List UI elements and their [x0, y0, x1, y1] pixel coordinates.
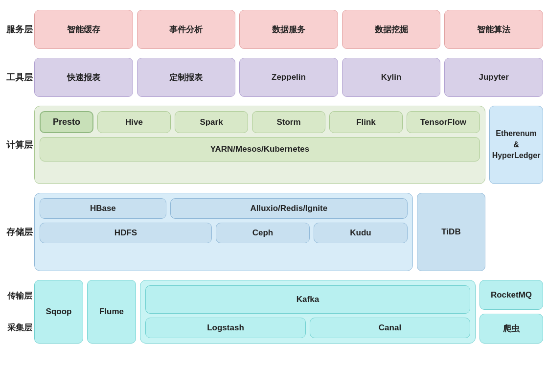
tc-label-col: 传输层 采集层 — [5, 280, 34, 344]
storage-bottom-row: HDFS Ceph Kudu — [40, 223, 408, 243]
storage-top-row: HBase Alluxio/Redis/Ignite — [40, 198, 408, 219]
hbase-box: HBase — [40, 198, 166, 219]
compute-flink: Flink — [329, 111, 403, 133]
service-layer: 服务层 智能缓存 事件分析 数据服务 数据挖掘 智能算法 — [5, 10, 543, 49]
blockchain-text: Etherenum&HyperLedger — [492, 128, 541, 161]
compute-tensorflow: TensorFlow — [407, 111, 480, 133]
ceph-box: Ceph — [216, 223, 310, 243]
tools-item-2: Zeppelin — [239, 58, 338, 97]
tools-item-4: Jupyter — [444, 58, 543, 97]
service-label: 服务层 — [5, 10, 34, 49]
logstash-box: Logstash — [145, 318, 306, 338]
tc-content: Sqoop Flume Kafka Logstash Canal RocketM… — [34, 280, 543, 344]
tc-left-items: Sqoop Flume — [34, 280, 136, 344]
tidb-box: TiDB — [417, 193, 485, 271]
tools-layer: 工具层 快速报表 定制报表 Zeppelin Kylin Jupyter — [5, 58, 543, 97]
alluxio-box: Alluxio/Redis/Ignite — [170, 198, 408, 219]
tools-label: 工具层 — [5, 58, 34, 97]
compute-content: Presto Hive Spark Storm Flink TensorFlow… — [34, 106, 543, 184]
service-item-1: 事件分析 — [137, 10, 236, 49]
yarn-box: YARN/Mesos/Kubernetes — [40, 137, 480, 161]
service-item-4: 智能算法 — [444, 10, 543, 49]
compute-spark: Spark — [175, 111, 248, 133]
storage-label: 存储层 — [5, 193, 34, 271]
compute-group: Presto Hive Spark Storm Flink TensorFlow… — [34, 106, 485, 184]
service-item-2: 数据服务 — [239, 10, 338, 49]
storage-group: HBase Alluxio/Redis/Ignite HDFS Ceph Kud… — [34, 193, 413, 271]
collect-label: 采集层 — [5, 312, 34, 344]
tools-content: 快速报表 定制报表 Zeppelin Kylin Jupyter — [34, 58, 543, 97]
transport-label: 传输层 — [5, 280, 34, 312]
kudu-box: Kudu — [314, 223, 408, 243]
architecture-diagram: 服务层 智能缓存 事件分析 数据服务 数据挖掘 智能算法 工具层 快速报表 定制… — [5, 10, 543, 344]
service-content: 智能缓存 事件分析 数据服务 数据挖掘 智能算法 — [34, 10, 543, 49]
storage-blockchain-spacer — [489, 193, 543, 271]
compute-top-items: Hive Spark Storm Flink TensorFlow — [97, 111, 480, 133]
transport-collect-layer: 传输层 采集层 Sqoop Flume Kafka Logstash Canal… — [5, 280, 543, 344]
tools-item-0: 快速报表 — [34, 58, 133, 97]
hdfs-box: HDFS — [40, 223, 212, 243]
sqoop-box: Sqoop — [34, 280, 83, 344]
storage-layer: 存储层 HBase Alluxio/Redis/Ignite HDFS Ceph… — [5, 193, 543, 271]
compute-layer: 计算层 Presto Hive Spark Storm Flink Tensor… — [5, 106, 543, 184]
presto-box: Presto — [40, 111, 93, 133]
compute-label: 计算层 — [5, 106, 34, 184]
rocketmq-box: RocketMQ — [480, 280, 543, 310]
blockchain-box: Etherenum&HyperLedger — [489, 106, 543, 184]
tc-middle-group: Kafka Logstash Canal — [140, 280, 476, 344]
tools-item-1: 定制报表 — [137, 58, 236, 97]
compute-hive: Hive — [97, 111, 171, 133]
crawler-box: 爬虫 — [480, 314, 543, 344]
kafka-box: Kafka — [145, 285, 470, 314]
tc-bottom-row: Logstash Canal — [145, 318, 470, 338]
service-item-3: 数据挖掘 — [342, 10, 441, 49]
canal-box: Canal — [310, 318, 470, 338]
tools-item-3: Kylin — [342, 58, 441, 97]
tc-right-group: RocketMQ 爬虫 — [480, 280, 543, 344]
compute-top-row: Presto Hive Spark Storm Flink TensorFlow — [40, 111, 480, 133]
storage-content: HBase Alluxio/Redis/Ignite HDFS Ceph Kud… — [34, 193, 543, 271]
flume-box: Flume — [87, 280, 136, 344]
compute-storm: Storm — [252, 111, 325, 133]
service-item-0: 智能缓存 — [34, 10, 133, 49]
compute-bottom-row: YARN/Mesos/Kubernetes — [40, 137, 480, 161]
